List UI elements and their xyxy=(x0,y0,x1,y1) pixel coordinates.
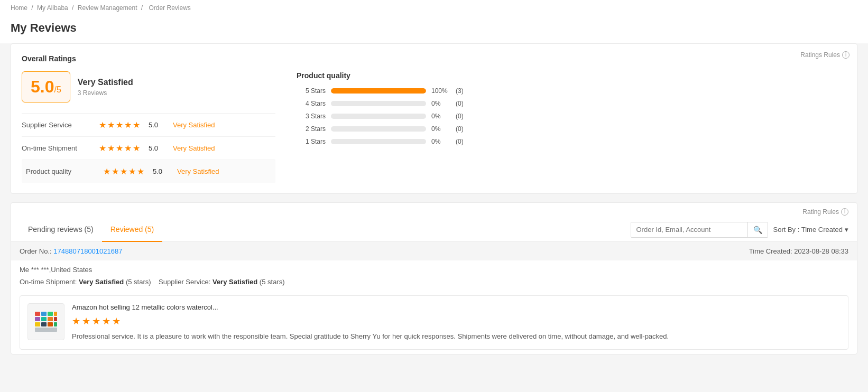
left-panel: 5.0/5 Very Satisfied 3 Reviews Supplier … xyxy=(22,71,275,183)
ratings-rules-top[interactable]: Ratings Rules i xyxy=(800,51,849,59)
bar-row-2: 2 Stars 0% (0) xyxy=(297,125,846,133)
bar-track-3 xyxy=(331,114,426,119)
quality-label: Product quality xyxy=(26,167,95,175)
svg-rect-9 xyxy=(35,322,40,326)
bar-track-2 xyxy=(331,126,426,132)
svg-rect-12 xyxy=(54,322,57,326)
bar-label-5: 5 Stars xyxy=(297,87,326,95)
bar-label-4: 4 Stars xyxy=(297,100,326,107)
rating-row-quality: Product quality ★ ★ ★ ★ ★ 5.0 Very Satis… xyxy=(22,160,275,183)
svg-rect-2 xyxy=(41,312,47,316)
bar-label-1: 1 Stars xyxy=(297,138,326,145)
tab-actions: 🔍 Sort By : Time Created ▾ xyxy=(631,222,849,238)
info-circle-icon: i xyxy=(842,51,849,59)
page-title: My Reviews xyxy=(0,16,868,43)
reviews-section: Rating Rules i Pending reviews (5) Revie… xyxy=(11,202,857,354)
bar-row-4: 4 Stars 0% (0) xyxy=(297,100,846,107)
order-time-area: Time Created: 2023-08-28 08:33 xyxy=(749,247,848,255)
svg-rect-4 xyxy=(54,312,57,316)
bar-percent-5: 100% xyxy=(431,87,450,95)
svg-rect-3 xyxy=(48,312,53,316)
rating-rules-label: Rating Rules xyxy=(802,208,839,216)
tab-pending[interactable]: Pending reviews (5) xyxy=(20,218,102,242)
shipment-stars: ★ ★ ★ ★ ★ xyxy=(99,143,140,153)
search-box: 🔍 xyxy=(631,222,768,238)
score-box: 5.0/5 Very Satisfied 3 Reviews xyxy=(22,71,275,102)
svg-rect-8 xyxy=(54,317,57,321)
quality-status: Very Satisfied xyxy=(177,167,219,175)
tab-reviewed[interactable]: Reviewed (5) xyxy=(102,218,162,242)
bar-row-5: 5 Stars 100% (3) xyxy=(297,87,846,95)
product-quality-title: Product quality xyxy=(297,71,846,80)
big-score: 5.0/5 xyxy=(22,71,70,102)
time-created-value: 2023-08-28 08:33 xyxy=(794,247,848,255)
bar-label-2: 2 Stars xyxy=(297,125,326,133)
search-input[interactable] xyxy=(631,222,747,237)
search-button[interactable]: 🔍 xyxy=(747,222,768,237)
quality-stars: ★ ★ ★ ★ ★ xyxy=(103,166,144,176)
svg-rect-13 xyxy=(35,328,57,332)
overall-ratings-title: Overall Ratings xyxy=(22,54,846,63)
svg-rect-10 xyxy=(41,322,47,326)
product-name: Amazon hot selling 12 metallic colors wa… xyxy=(72,303,841,311)
shipment-label: On-time Shipment xyxy=(22,144,90,152)
supplier-service-label: Supplier Service xyxy=(22,121,90,129)
ontime-shipment-label: On-time Shipment: xyxy=(20,278,77,286)
rating-rules-link[interactable]: Rating Rules i xyxy=(802,208,848,216)
satisfaction-label: Very Satisfied xyxy=(78,78,133,87)
overall-ratings-card: Ratings Rules i Overall Ratings 5.0/5 Ve… xyxy=(11,43,857,194)
supplier-status: Very Satisfied xyxy=(173,121,215,129)
svg-rect-1 xyxy=(35,312,40,316)
bar-count-2: (0) xyxy=(456,125,464,133)
bar-percent-3: 0% xyxy=(431,113,450,120)
supplier-service-value2: Very Satisfied xyxy=(213,278,257,286)
score-number: 5.0 xyxy=(31,77,54,96)
shipment-score: 5.0 xyxy=(149,144,164,152)
product-stars: ★ ★ ★ ★ ★ xyxy=(72,315,841,327)
rating-rows: Supplier Service ★ ★ ★ ★ ★ 5.0 Very Sati… xyxy=(22,113,275,183)
bar-count-4: (0) xyxy=(456,100,464,107)
bar-count-5: (3) xyxy=(456,87,464,95)
right-panel: Product quality 5 Stars 100% (3) 4 Stars xyxy=(297,71,846,145)
supplier-service-label2: Supplier Service: xyxy=(159,278,210,286)
tabs-bar: Pending reviews (5) Reviewed (5) 🔍 Sort … xyxy=(11,218,857,242)
product-review-text: Professional service. It is a pleasure t… xyxy=(72,331,841,342)
order-meta: Me *** ***,United States xyxy=(11,260,857,276)
bar-track-1 xyxy=(331,139,426,144)
bar-fill-5 xyxy=(331,88,426,94)
ratings-rules-top-label: Ratings Rules xyxy=(800,51,840,59)
review-count: 3 Reviews xyxy=(78,89,133,97)
shipment-status: Very Satisfied xyxy=(173,144,215,152)
score-denom: /5 xyxy=(54,85,61,94)
order-no-label: Order No.: xyxy=(20,247,52,255)
chevron-down-icon: ▾ xyxy=(845,226,848,234)
bar-percent-2: 0% xyxy=(431,125,450,133)
sort-by[interactable]: Sort By : Time Created ▾ xyxy=(773,226,849,234)
product-info: Amazon hot selling 12 metallic colors wa… xyxy=(72,303,841,342)
rating-row-supplier: Supplier Service ★ ★ ★ ★ ★ 5.0 Very Sati… xyxy=(22,113,275,136)
svg-rect-11 xyxy=(48,322,53,326)
order-no-area: Order No.: 174880718001021687 xyxy=(20,247,122,255)
info-circle-icon-2: i xyxy=(841,208,848,216)
rating-rules-bottom: Rating Rules i xyxy=(11,203,857,218)
bar-count-3: (0) xyxy=(456,113,464,120)
time-created-label: Time Created: xyxy=(749,247,792,255)
bar-percent-1: 0% xyxy=(431,138,450,145)
product-thumbnail xyxy=(27,303,64,340)
shipment-info: On-time Shipment: Very Satisfied (5 star… xyxy=(11,276,857,291)
bar-track-4 xyxy=(331,101,426,106)
product-review-card: Amazon hot selling 12 metallic colors wa… xyxy=(20,295,848,350)
breadcrumb: Home / My Alibaba / Review Management / … xyxy=(0,0,868,16)
supplier-stars: ★ ★ ★ ★ ★ xyxy=(99,120,140,130)
order-header: Order No.: 174880718001021687 Time Creat… xyxy=(11,242,857,260)
svg-rect-6 xyxy=(41,317,47,321)
ontime-shipment-value: Very Satisfied xyxy=(79,278,124,286)
bar-track-5 xyxy=(331,88,426,94)
product-image xyxy=(33,309,59,335)
svg-rect-5 xyxy=(35,317,40,321)
bar-row-1: 1 Stars 0% (0) xyxy=(297,138,846,145)
score-label: Very Satisfied 3 Reviews xyxy=(78,78,133,97)
quality-score: 5.0 xyxy=(153,167,169,175)
order-id[interactable]: 174880718001021687 xyxy=(53,247,122,255)
bar-row-3: 3 Stars 0% (0) xyxy=(297,113,846,120)
